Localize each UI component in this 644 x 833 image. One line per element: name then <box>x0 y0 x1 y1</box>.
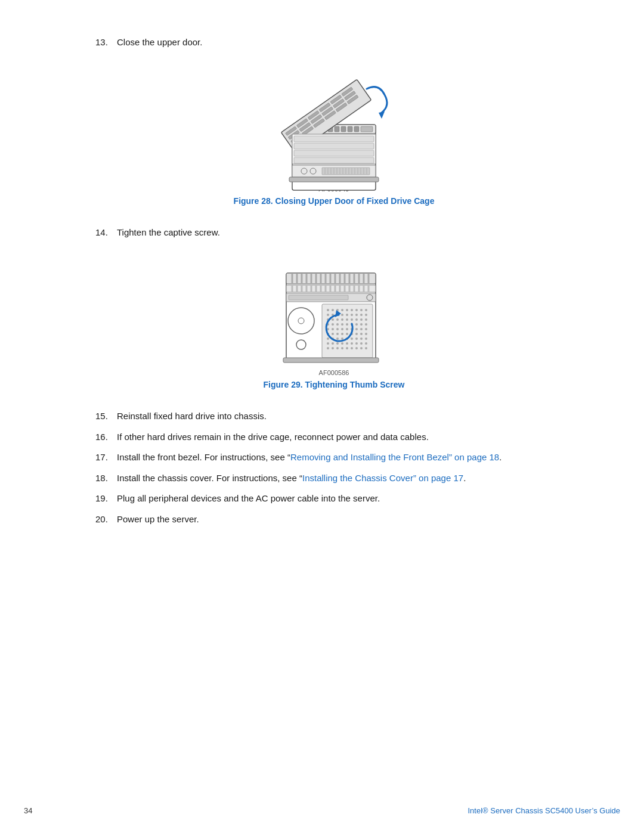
step-14-num: 14. <box>95 226 117 240</box>
svg-point-122 <box>341 318 343 321</box>
svg-point-136 <box>365 323 367 326</box>
figure-28-image <box>256 64 411 183</box>
svg-point-164 <box>327 342 329 345</box>
svg-point-161 <box>355 337 358 340</box>
step-20-num: 20. <box>95 513 117 527</box>
svg-point-114 <box>346 314 348 316</box>
svg-point-163 <box>365 337 367 340</box>
svg-point-127 <box>365 318 367 321</box>
step-15-text: Reinstall fixed hard drive into chassis. <box>117 410 572 423</box>
svg-point-152 <box>355 333 358 335</box>
step-19-num: 19. <box>95 492 117 506</box>
svg-point-124 <box>351 318 353 321</box>
svg-point-168 <box>346 342 348 345</box>
svg-point-125 <box>355 318 358 321</box>
step-16: 16. If other hard drives remain in the d… <box>95 431 572 444</box>
step-13-num: 13. <box>95 36 117 49</box>
svg-point-171 <box>360 342 363 345</box>
step-15: 15. Reinstall fixed hard drive into chas… <box>95 410 572 423</box>
step-17-text: Install the front bezel. For instruction… <box>117 451 572 465</box>
svg-point-175 <box>336 347 339 349</box>
figure-29-svg <box>265 255 402 366</box>
svg-rect-35 <box>294 150 374 156</box>
page-content: 13. Close the upper door. <box>0 0 644 581</box>
svg-point-158 <box>341 337 343 340</box>
svg-point-181 <box>365 347 367 349</box>
step-16-text: If other hard drives remain in the drive… <box>117 431 572 444</box>
svg-rect-11 <box>354 126 359 132</box>
svg-point-143 <box>355 328 358 330</box>
step-14: 14. Tighten the captive screw. <box>95 226 572 240</box>
svg-point-105 <box>346 309 348 311</box>
svg-point-107 <box>355 309 358 311</box>
svg-point-102 <box>332 309 334 311</box>
svg-point-170 <box>355 342 358 345</box>
step-18-num: 18. <box>95 472 117 485</box>
svg-point-110 <box>327 314 329 316</box>
svg-point-154 <box>365 333 367 335</box>
footer-title: Intel® Server Chassis SC5400 User’s Guid… <box>468 806 621 815</box>
svg-point-141 <box>346 328 348 330</box>
page-footer: 34 Intel® Server Chassis SC5400 User’s G… <box>0 806 644 815</box>
svg-rect-33 <box>294 136 374 142</box>
svg-point-116 <box>355 314 358 316</box>
svg-point-149 <box>341 333 343 335</box>
svg-point-162 <box>360 337 363 340</box>
svg-point-148 <box>336 333 339 335</box>
step-17-link[interactable]: Removing and Installing the Front Bezel”… <box>290 452 499 462</box>
svg-point-176 <box>341 347 343 349</box>
svg-point-147 <box>332 333 334 335</box>
svg-point-179 <box>355 347 358 349</box>
svg-point-101 <box>327 309 329 311</box>
svg-point-126 <box>360 318 363 321</box>
figure-28-caption: Figure 28. Closing Upper Door of Fixed D… <box>234 196 435 206</box>
step-16-num: 16. <box>95 431 117 444</box>
svg-point-132 <box>346 323 348 326</box>
svg-point-121 <box>336 318 339 321</box>
svg-point-117 <box>360 314 363 316</box>
footer-page-num: 34 <box>24 806 32 815</box>
svg-point-172 <box>365 342 367 345</box>
step-19: 19. Plug all peripheral devices and the … <box>95 492 572 506</box>
step-17-num: 17. <box>95 451 117 465</box>
figure-28-svg <box>262 65 405 181</box>
svg-point-145 <box>365 328 367 330</box>
svg-point-165 <box>332 342 334 345</box>
svg-rect-182 <box>283 358 379 363</box>
figure-28-container: AF000949 Figure 28. Closing Upper Door o… <box>95 64 572 220</box>
figure-29-container: AF000586 Figure 29. Tightening Thumb Scr… <box>95 253 572 404</box>
svg-rect-34 <box>294 143 374 149</box>
figure-29-caption: Figure 29. Tightening Thumb Screw <box>264 380 405 389</box>
svg-point-173 <box>327 347 329 349</box>
svg-rect-56 <box>289 177 379 182</box>
figure-29-image <box>256 253 411 367</box>
svg-point-118 <box>365 314 367 316</box>
svg-point-130 <box>336 323 339 326</box>
svg-point-135 <box>360 323 363 326</box>
svg-point-108 <box>360 309 363 311</box>
svg-point-178 <box>351 347 353 349</box>
svg-point-129 <box>332 323 334 326</box>
svg-point-123 <box>346 318 348 321</box>
svg-point-106 <box>351 309 353 311</box>
step-15-num: 15. <box>95 410 117 423</box>
svg-point-115 <box>351 314 353 316</box>
step-18-link[interactable]: Installing the Chassis Cover” on page 17 <box>302 473 463 483</box>
svg-point-180 <box>360 347 363 349</box>
step-17: 17. Install the front bezel. For instruc… <box>95 451 572 465</box>
svg-rect-10 <box>348 126 352 132</box>
svg-point-139 <box>336 328 339 330</box>
svg-point-150 <box>346 333 348 335</box>
svg-rect-36 <box>294 157 374 163</box>
svg-point-134 <box>355 323 358 326</box>
svg-point-120 <box>332 318 334 321</box>
step-19-text: Plug all peripheral devices and the AC p… <box>117 492 572 506</box>
svg-point-144 <box>360 328 363 330</box>
svg-point-138 <box>332 328 334 330</box>
svg-rect-9 <box>341 126 346 132</box>
svg-point-131 <box>341 323 343 326</box>
svg-point-169 <box>351 342 353 345</box>
svg-point-167 <box>341 342 343 345</box>
svg-rect-8 <box>335 126 339 132</box>
svg-point-174 <box>332 347 334 349</box>
